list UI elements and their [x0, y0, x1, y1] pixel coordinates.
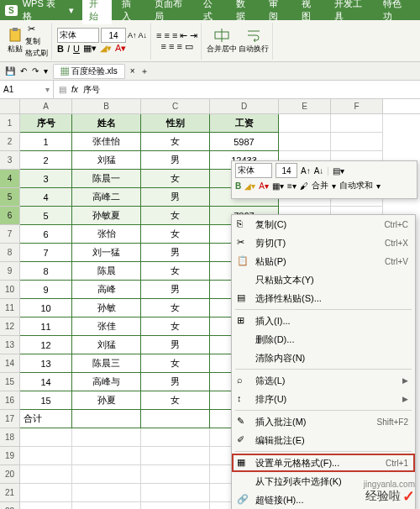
border-button[interactable]: ▦▾	[83, 43, 97, 54]
row-header[interactable]: 14	[0, 354, 20, 373]
cell[interactable]	[141, 428, 210, 447]
indent-dec-icon[interactable]: ⇤	[180, 30, 187, 41]
align-center-icon[interactable]: ≡	[169, 41, 174, 51]
cell[interactable]: 6	[20, 225, 72, 244]
cell[interactable]: 孙敏	[72, 299, 141, 317]
cell[interactable]: 2	[20, 151, 72, 170]
tab-review[interactable]: 审阅	[262, 0, 291, 24]
row-header[interactable]: 15	[0, 373, 20, 391]
col-header-e[interactable]: E	[279, 99, 331, 113]
cell[interactable]: 4	[20, 188, 72, 207]
cell[interactable]: 高峰	[72, 281, 141, 299]
cell[interactable]: 合计	[20, 410, 72, 428]
cell[interactable]	[20, 484, 72, 502]
menu-item[interactable]: 删除(D)...	[232, 330, 415, 349]
mini-autosum-button[interactable]: 自动求和	[339, 180, 373, 192]
copy-button[interactable]: 复制	[25, 36, 48, 47]
menu-item[interactable]: ⌕筛选(L)▶	[232, 371, 415, 390]
cell[interactable]	[20, 428, 72, 447]
cell[interactable]: 女	[141, 207, 210, 225]
cell[interactable]: 陈晨	[72, 262, 141, 281]
cell[interactable]	[279, 114, 331, 133]
tab-data[interactable]: 数据	[229, 0, 259, 24]
cell[interactable]: 5	[20, 207, 72, 225]
indent-inc-icon[interactable]: ⇥	[190, 30, 197, 41]
align-bot-icon[interactable]: ≡	[172, 30, 177, 40]
menu-item[interactable]: ⎘复制(C)Ctrl+C	[232, 215, 415, 234]
mini-format-icon[interactable]: ▤▾	[333, 166, 344, 176]
cell[interactable]: 姓名	[72, 114, 141, 133]
align-top-icon[interactable]: ≡	[156, 30, 161, 40]
mini-fontcolor-icon[interactable]: A▾	[259, 181, 269, 191]
menu-item[interactable]: ▦设置单元格格式(F)...Ctrl+1	[232, 454, 415, 472]
cell[interactable]: 5987	[210, 133, 279, 151]
cell[interactable]: 11	[20, 317, 72, 336]
col-header-a[interactable]: A	[20, 99, 72, 113]
cell[interactable]: 孙夏	[72, 391, 141, 410]
insert-fn-icon[interactable]: ▤	[59, 85, 66, 94]
mini-border-icon[interactable]: ▦▾	[272, 181, 284, 191]
tab-insert[interactable]: 插入	[115, 0, 144, 24]
tab-layout[interactable]: 页面布局	[148, 0, 193, 24]
cell[interactable]: 男	[141, 244, 210, 262]
mini-brush-icon[interactable]: 🖌	[300, 181, 308, 191]
menu-item[interactable]: ▤选择性粘贴(S)...	[232, 289, 415, 307]
cell[interactable]	[20, 465, 72, 484]
tab-close-icon[interactable]: ×	[130, 66, 135, 76]
menu-item[interactable]: 清除内容(N)	[232, 349, 415, 367]
cell[interactable]	[279, 133, 331, 151]
row-header[interactable]: 5	[0, 188, 20, 207]
cell[interactable]: 序号	[20, 114, 72, 133]
bold-button[interactable]: B	[57, 44, 64, 54]
cell[interactable]: 刘一猛	[72, 244, 141, 262]
menu-item[interactable]: ✎插入批注(M)Shift+F2	[232, 412, 415, 431]
col-header-d[interactable]: D	[210, 99, 279, 113]
cell[interactable]: 7	[20, 244, 72, 262]
mini-dec-font-icon[interactable]: A↓	[314, 166, 324, 176]
row-header[interactable]: 9	[0, 262, 20, 281]
cell[interactable]	[72, 410, 141, 428]
row-header[interactable]: 1	[0, 114, 20, 133]
cut-button[interactable]: ✂	[25, 24, 48, 35]
cell[interactable]: 女	[141, 317, 210, 336]
cell[interactable]: 3	[20, 170, 72, 188]
cell[interactable]	[141, 484, 210, 502]
col-header-c[interactable]: C	[141, 99, 210, 113]
cell[interactable]: 1	[20, 133, 72, 151]
row-header[interactable]: 4	[0, 170, 20, 188]
cell[interactable]: 孙敏夏	[72, 207, 141, 225]
cell[interactable]	[331, 133, 383, 151]
underline-button[interactable]: U	[73, 44, 80, 54]
decrease-font-icon[interactable]: A↓	[139, 31, 148, 39]
cell[interactable]: 张怡	[72, 225, 141, 244]
mini-merge-button[interactable]: 合并	[312, 180, 328, 192]
menu-item[interactable]: 📋粘贴(P)Ctrl+V	[232, 252, 415, 270]
cell[interactable]: 高峰与	[72, 373, 141, 391]
row-header[interactable]: 6	[0, 207, 20, 225]
cell[interactable]	[141, 410, 210, 428]
row-header[interactable]: 21	[0, 484, 20, 502]
cell[interactable]: 女	[141, 299, 210, 317]
name-box[interactable]: A1 ▾	[0, 81, 54, 98]
cell[interactable]: 8	[20, 262, 72, 281]
cell[interactable]	[141, 502, 210, 509]
cell[interactable]: 刘猛	[72, 151, 141, 170]
font-name-input[interactable]	[57, 28, 99, 43]
menu-item[interactable]: 只粘贴文本(Y)	[232, 270, 415, 289]
col-header-f[interactable]: F	[331, 99, 383, 113]
format-painter-button[interactable]: 格式刷	[25, 48, 48, 59]
tab-start[interactable]: 开始	[82, 0, 112, 24]
cell[interactable]: 10	[20, 299, 72, 317]
qat-more-icon[interactable]: ▾	[44, 66, 48, 76]
cell[interactable]	[72, 484, 141, 502]
cell[interactable]: 12	[20, 336, 72, 354]
cell[interactable]	[72, 428, 141, 447]
row-header[interactable]: 11	[0, 299, 20, 317]
menu-item[interactable]: ↕排序(U)▶	[232, 390, 415, 408]
row-header[interactable]: 7	[0, 225, 20, 244]
row-header[interactable]: 13	[0, 336, 20, 354]
cell[interactable]: 13	[20, 354, 72, 373]
align-right-icon[interactable]: ≡	[176, 41, 181, 51]
font-color-button[interactable]: A▾	[115, 43, 126, 54]
cell[interactable]	[72, 447, 141, 465]
